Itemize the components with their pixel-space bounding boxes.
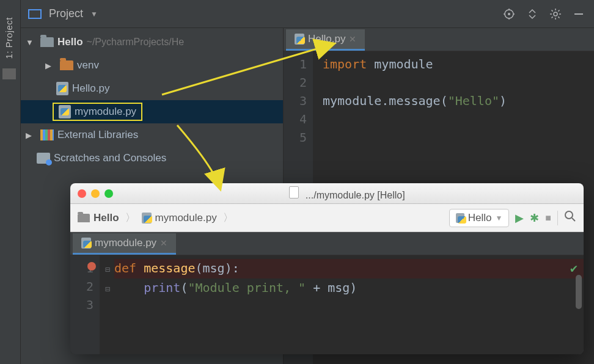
tree-root-hello[interactable]: ▼ Hello ~/PycharmProjects/He (21, 31, 283, 54)
line-number: 2 (70, 277, 94, 296)
floating-editor-window: .../mymodule.py [Hello] Hello 〉 mymodule… (70, 183, 584, 354)
project-name: Hello (57, 36, 83, 48)
tree-label: Hello.py (72, 82, 109, 95)
run-config-selector[interactable]: Hello ▼ (449, 209, 510, 227)
window-minimize-icon[interactable] (91, 189, 100, 198)
svg-line-13 (552, 16, 553, 18)
tree-scratches[interactable]: Scratches and Consoles (21, 147, 283, 170)
line-number: 3 (70, 296, 94, 314)
svg-point-16 (565, 211, 573, 219)
settings-gear-icon[interactable] (548, 6, 563, 22)
line-number: 5 (284, 128, 307, 147)
python-file-icon (142, 213, 152, 224)
library-icon (40, 129, 54, 140)
fold-icon[interactable]: ⊟ (103, 260, 112, 278)
run-icon[interactable]: ▶ (515, 211, 524, 225)
svg-line-11 (552, 10, 553, 11)
expand-all-icon[interactable] (524, 6, 540, 22)
code-area[interactable]: 1 2 3 ⊟def message(msg): ⊟ print("Module… (70, 255, 584, 354)
code-body[interactable]: ⊟def message(msg): ⊟ print("Module print… (100, 255, 584, 354)
chevron-down-icon[interactable]: ▼ (90, 10, 98, 18)
chevron-right-icon[interactable]: ▶ (45, 61, 56, 70)
python-file-icon (456, 213, 464, 223)
tab-label: Hello.py (308, 33, 345, 45)
window-close-icon[interactable] (78, 189, 86, 198)
python-file-icon (295, 34, 304, 45)
paren: ( (180, 280, 188, 295)
fold-end-icon[interactable]: ⊟ (103, 280, 112, 298)
search-icon[interactable] (564, 210, 576, 225)
svg-point-1 (508, 13, 510, 15)
tree-label: External Libraries (57, 129, 138, 141)
params: (msg): (195, 261, 239, 275)
editor-tabbar: Hello.py ✕ (284, 28, 594, 51)
python-file-icon (81, 238, 91, 249)
project-toolbar: Project ▼ (21, 0, 594, 28)
breadcrumb-root[interactable]: Hello (78, 212, 119, 224)
chevron-right-icon: 〉 (223, 211, 233, 225)
gutter: 1 2 3 (70, 255, 100, 354)
svg-line-14 (558, 10, 559, 11)
inspection-ok-icon[interactable]: ✔ (570, 259, 578, 277)
breadcrumb-label: mymodule.py (155, 212, 217, 224)
tree-venv[interactable]: ▶ venv (21, 54, 283, 77)
project-tool-tab[interactable]: 1: Project (4, 17, 14, 59)
python-file-icon (59, 105, 71, 118)
string-literal: "Hello" (448, 93, 499, 108)
tab-mymodule-py[interactable]: mymodule.py ✕ (73, 233, 176, 255)
tree-mymodule-py[interactable]: mymodule.py (21, 100, 283, 123)
chevron-right-icon: 〉 (125, 211, 136, 225)
line-number: 3 (284, 92, 307, 110)
scratches-icon (37, 153, 50, 164)
chevron-right-icon[interactable]: ▶ (26, 131, 37, 140)
tree-hello-py[interactable]: Hello.py (21, 77, 283, 100)
project-path: ~/PycharmProjects/He (87, 37, 185, 48)
call: .message( (381, 93, 447, 108)
line-number: 1 (284, 55, 307, 73)
paren: ) (350, 280, 357, 295)
operator: + (306, 280, 328, 295)
tab-hello-py[interactable]: Hello.py ✕ (286, 29, 365, 51)
breakpoint-icon[interactable] (87, 262, 96, 271)
string-literal: "Module print, " (188, 280, 306, 295)
breadcrumb-file[interactable]: mymodule.py (142, 212, 217, 224)
debug-icon[interactable]: ✱ (530, 211, 539, 225)
chevron-down-icon[interactable]: ▼ (26, 38, 37, 47)
project-view-icon (28, 9, 42, 19)
tab-label: mymodule.py (95, 237, 156, 249)
identifier: msg (328, 280, 350, 295)
config-label: Hello (468, 212, 492, 224)
tree-label: Scratches and Consoles (54, 152, 166, 164)
folder-icon (78, 214, 90, 222)
tree-label: mymodule.py (75, 106, 136, 118)
keyword: def (114, 261, 136, 275)
identifier: mymodule (374, 57, 433, 71)
document-icon (289, 186, 299, 198)
locate-icon[interactable] (501, 6, 517, 22)
stop-icon[interactable]: ■ (545, 213, 551, 224)
separator (557, 211, 558, 225)
navigation-bar: Hello 〉 mymodule.py 〉 Hello ▼ ▶ ✱ ■ (70, 204, 584, 232)
window-title: .../mymodule.py [Hello] (118, 186, 576, 201)
scrollbar-thumb[interactable] (576, 275, 582, 309)
line-number: 4 (284, 110, 307, 128)
chevron-down-icon: ▼ (495, 214, 502, 222)
keyword: import (323, 57, 367, 71)
floating-editor-area: mymodule.py ✕ 1 2 3 ⊟def message(msg): ⊟… (70, 232, 584, 354)
svg-line-12 (558, 16, 559, 18)
window-zoom-icon[interactable] (105, 189, 113, 198)
editor-tabbar: mymodule.py ✕ (70, 232, 584, 255)
hide-icon[interactable] (571, 6, 587, 22)
tool-window-indicator (2, 68, 16, 79)
tree-external-libraries[interactable]: ▶ External Libraries (21, 123, 283, 147)
close-icon[interactable]: ✕ (349, 34, 356, 44)
close-icon[interactable]: ✕ (160, 238, 167, 248)
window-titlebar[interactable]: .../mymodule.py [Hello] (70, 183, 584, 204)
tree-label: venv (77, 59, 99, 71)
identifier: mymodule (323, 93, 381, 108)
svg-line-17 (572, 218, 575, 221)
project-view-label[interactable]: Project (49, 7, 83, 20)
folder-icon (40, 37, 54, 47)
line-number: 2 (284, 73, 307, 92)
folder-icon (60, 60, 73, 70)
